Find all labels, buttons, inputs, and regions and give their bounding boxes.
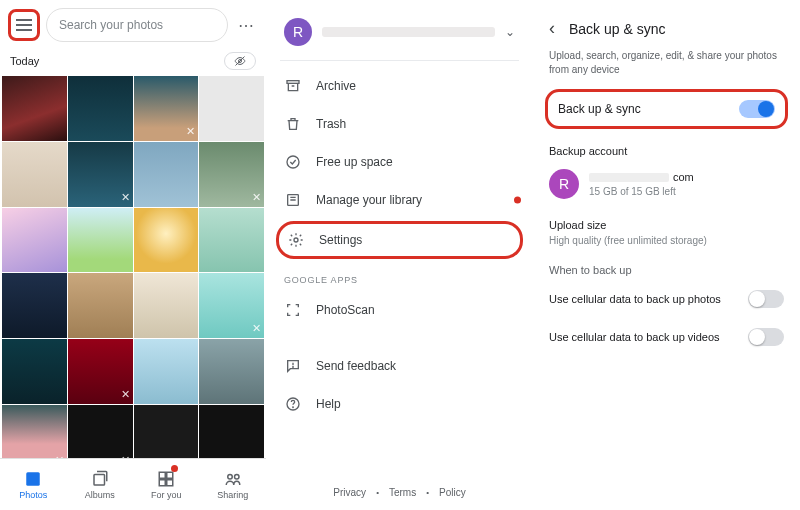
photos-app-panel: Search your photos ⋯ Today ✕ ✕ ✕ ✕ ✕ ✕ ✕ (0, 0, 266, 510)
account-email: com (589, 171, 694, 183)
date-label: Today (10, 55, 39, 67)
page-subtitle: Upload, search, organize, edit, & share … (545, 49, 788, 87)
photos-icon (23, 470, 43, 488)
menu-label: Settings (319, 233, 362, 247)
svg-point-17 (293, 407, 294, 408)
backup-settings-panel: ‹ Back up & sync Upload, search, organiz… (533, 0, 800, 510)
svg-point-9 (234, 474, 239, 479)
backup-sync-toggle[interactable] (739, 100, 775, 118)
nav-label: Sharing (217, 490, 248, 500)
svg-rect-4 (160, 472, 166, 478)
menu-settings[interactable]: Settings (276, 221, 523, 259)
svg-point-13 (294, 238, 298, 242)
back-icon[interactable]: ‹ (549, 18, 555, 39)
footer-policy[interactable]: Policy (439, 487, 466, 498)
upload-size-value[interactable]: High quality (free unlimited storage) (545, 235, 788, 258)
photo-thumb[interactable] (199, 208, 264, 273)
menu-trash[interactable]: Trash (266, 105, 533, 143)
photo-thumb[interactable]: ✕ (134, 76, 199, 141)
feedback-icon (284, 357, 302, 375)
hamburger-menu-icon[interactable] (13, 14, 35, 36)
drawer-menu: Archive Trash Free up space Manage your … (266, 61, 533, 429)
cellular-photos-toggle[interactable] (748, 290, 784, 308)
storage-remaining: 15 GB of 15 GB left (589, 186, 694, 197)
freeup-icon (284, 153, 302, 171)
email-redacted (589, 173, 669, 182)
svg-point-8 (228, 474, 233, 479)
dot-separator: • (376, 488, 379, 497)
nav-photos[interactable]: Photos (0, 459, 67, 510)
photo-thumb[interactable] (68, 208, 133, 273)
menu-label: Trash (316, 117, 346, 131)
photo-grid: ✕ ✕ ✕ ✕ ✕ ✕ ✕ (0, 76, 266, 470)
nav-sharing[interactable]: Sharing (200, 459, 267, 510)
photo-thumb[interactable]: ✕ (199, 273, 264, 338)
trash-icon (284, 115, 302, 133)
menu-photoscan[interactable]: PhotoScan (266, 291, 533, 329)
sharing-icon (223, 470, 243, 488)
photo-thumb[interactable] (134, 208, 199, 273)
photo-thumb[interactable] (2, 208, 67, 273)
photoscan-icon (284, 301, 302, 319)
photo-thumb[interactable]: ✕ (199, 142, 264, 207)
hide-toggle-icon[interactable] (224, 52, 256, 70)
backup-off-icon: ✕ (252, 322, 261, 335)
cellular-photos-row[interactable]: Use cellular data to back up photos (545, 280, 788, 318)
backup-account-row[interactable]: R com 15 GB of 15 GB left (545, 161, 788, 213)
photo-thumb[interactable] (68, 273, 133, 338)
nav-foryou[interactable]: For you (133, 459, 200, 510)
help-icon (284, 395, 302, 413)
settings-header: ‹ Back up & sync (545, 0, 788, 49)
section-header: GOOGLE APPS (266, 261, 533, 291)
backup-off-icon: ✕ (252, 191, 261, 204)
photo-thumb[interactable]: ✕ (68, 339, 133, 404)
svg-rect-6 (160, 479, 166, 485)
photo-thumb[interactable] (2, 273, 67, 338)
highlight-menu (8, 9, 40, 41)
photo-thumb[interactable] (2, 76, 67, 141)
backup-sync-row[interactable]: Back up & sync (545, 89, 788, 129)
backup-account-label: Backup account (545, 139, 788, 161)
cellular-videos-row[interactable]: Use cellular data to back up videos (545, 318, 788, 356)
svg-rect-7 (167, 479, 173, 485)
footer-privacy[interactable]: Privacy (333, 487, 366, 498)
photo-thumb[interactable] (134, 142, 199, 207)
archive-icon (284, 77, 302, 95)
photo-thumb[interactable] (134, 339, 199, 404)
footer-terms[interactable]: Terms (389, 487, 416, 498)
svg-rect-10 (287, 81, 299, 84)
photo-thumb[interactable] (68, 76, 133, 141)
date-header-row: Today (0, 48, 266, 76)
bottom-nav: Photos Albums For you Sharing (0, 458, 266, 510)
gear-icon (287, 231, 305, 249)
photo-thumb[interactable] (134, 273, 199, 338)
photo-thumb[interactable] (199, 76, 264, 141)
backup-off-icon: ✕ (186, 125, 195, 138)
menu-label: Send feedback (316, 359, 396, 373)
search-input[interactable]: Search your photos (46, 8, 228, 42)
menu-manage-library[interactable]: Manage your library (266, 181, 533, 219)
photo-thumb[interactable] (2, 339, 67, 404)
overflow-icon[interactable]: ⋯ (234, 16, 258, 35)
backup-off-icon: ✕ (121, 191, 130, 204)
foryou-icon (156, 470, 176, 488)
menu-archive[interactable]: Archive (266, 67, 533, 105)
when-to-backup-label: When to back up (545, 258, 788, 280)
page-title: Back up & sync (569, 21, 666, 37)
menu-freeup[interactable]: Free up space (266, 143, 533, 181)
drawer-panel: R ⌄ Archive Trash Free up space Manage y… (266, 0, 533, 510)
backup-sync-label: Back up & sync (558, 102, 641, 116)
chevron-down-icon: ⌄ (505, 25, 515, 39)
nav-albums[interactable]: Albums (67, 459, 134, 510)
menu-help[interactable]: Help (266, 385, 533, 423)
avatar: R (549, 169, 579, 199)
photo-thumb[interactable] (199, 339, 264, 404)
svg-rect-5 (167, 472, 173, 478)
svg-rect-3 (94, 474, 105, 485)
account-row[interactable]: R ⌄ (266, 0, 533, 60)
cellular-videos-toggle[interactable] (748, 328, 784, 346)
photo-thumb[interactable] (2, 142, 67, 207)
photo-thumb[interactable]: ✕ (68, 142, 133, 207)
notification-dot-icon (514, 197, 521, 204)
menu-feedback[interactable]: Send feedback (266, 347, 533, 385)
